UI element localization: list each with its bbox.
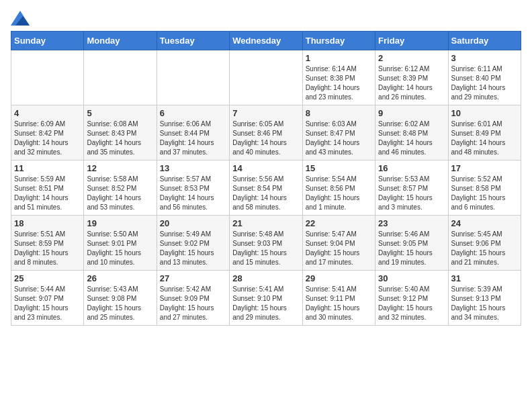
day-info: Sunrise: 5:59 AMSunset: 8:51 PMDaylight:… [14,175,81,212]
day-number: 16 [378,163,445,173]
col-saturday: Saturday [448,32,521,50]
day-info: Sunrise: 6:01 AMSunset: 8:49 PMDaylight:… [451,120,518,157]
day-info: Sunrise: 5:57 AMSunset: 8:53 PMDaylight:… [160,175,226,212]
day-info: Sunrise: 5:41 AMSunset: 9:10 PMDaylight:… [232,285,299,322]
calendar-table: Sunday Monday Tuesday Wednesday Thursday… [11,31,521,326]
calendar-cell: 23Sunrise: 5:46 AMSunset: 9:05 PMDayligh… [375,216,448,271]
day-info: Sunrise: 5:46 AMSunset: 9:05 PMDaylight:… [378,230,445,267]
calendar-cell: 6Sunrise: 6:06 AMSunset: 8:44 PMDaylight… [157,105,229,161]
day-info: Sunrise: 5:58 AMSunset: 8:52 PMDaylight:… [87,175,153,212]
day-number: 13 [160,163,226,173]
calendar-cell [157,50,229,105]
day-info: Sunrise: 5:54 AMSunset: 8:56 PMDaylight:… [306,175,372,212]
calendar-cell: 1Sunrise: 6:14 AMSunset: 8:38 PMDaylight… [302,50,375,105]
day-number: 10 [451,108,518,118]
calendar-cell: 9Sunrise: 6:02 AMSunset: 8:48 PMDaylight… [375,105,448,161]
calendar-week-row: 11Sunrise: 5:59 AMSunset: 8:51 PMDayligh… [11,161,521,216]
calendar-week-row: 4Sunrise: 6:09 AMSunset: 8:42 PMDaylight… [11,105,521,161]
page-header [11,11,521,26]
day-info: Sunrise: 6:14 AMSunset: 8:38 PMDaylight:… [306,64,372,102]
calendar-cell: 19Sunrise: 5:50 AMSunset: 9:01 PMDayligh… [84,216,157,271]
day-info: Sunrise: 5:51 AMSunset: 8:59 PMDaylight:… [14,230,81,267]
day-info: Sunrise: 5:45 AMSunset: 9:06 PMDaylight:… [451,230,518,267]
day-number: 15 [306,163,372,173]
calendar-week-row: 25Sunrise: 5:44 AMSunset: 9:07 PMDayligh… [11,271,521,326]
day-info: Sunrise: 5:40 AMSunset: 9:12 PMDaylight:… [378,285,445,322]
day-number: 26 [87,273,153,283]
day-number: 8 [306,108,372,118]
calendar-cell: 20Sunrise: 5:49 AMSunset: 9:02 PMDayligh… [157,216,229,271]
day-info: Sunrise: 5:39 AMSunset: 9:13 PMDaylight:… [451,285,518,322]
col-sunday: Sunday [11,32,84,50]
calendar-cell: 15Sunrise: 5:54 AMSunset: 8:56 PMDayligh… [302,161,375,216]
calendar-cell: 10Sunrise: 6:01 AMSunset: 8:49 PMDayligh… [448,105,521,161]
day-info: Sunrise: 5:49 AMSunset: 9:02 PMDaylight:… [160,230,226,267]
day-number: 21 [232,218,299,228]
calendar-cell: 31Sunrise: 5:39 AMSunset: 9:13 PMDayligh… [448,271,521,326]
day-info: Sunrise: 6:02 AMSunset: 8:48 PMDaylight:… [378,120,445,157]
day-number: 29 [306,273,372,283]
logo-icon [11,11,30,26]
col-thursday: Thursday [302,32,375,50]
calendar-body: 1Sunrise: 6:14 AMSunset: 8:38 PMDaylight… [11,50,521,326]
day-info: Sunrise: 6:11 AMSunset: 8:40 PMDaylight:… [451,64,518,102]
day-info: Sunrise: 6:06 AMSunset: 8:44 PMDaylight:… [160,120,226,157]
calendar-cell: 18Sunrise: 5:51 AMSunset: 8:59 PMDayligh… [11,216,84,271]
calendar-cell: 8Sunrise: 6:03 AMSunset: 8:47 PMDaylight… [302,105,375,161]
day-number: 1 [306,53,372,63]
calendar-cell: 28Sunrise: 5:41 AMSunset: 9:10 PMDayligh… [230,271,302,326]
calendar-cell [84,50,157,105]
day-number: 20 [160,218,226,228]
calendar-cell: 4Sunrise: 6:09 AMSunset: 8:42 PMDaylight… [11,105,84,161]
calendar-cell: 29Sunrise: 5:41 AMSunset: 9:11 PMDayligh… [302,271,375,326]
day-number: 19 [87,218,153,228]
day-number: 22 [306,218,372,228]
calendar-week-row: 1Sunrise: 6:14 AMSunset: 8:38 PMDaylight… [11,50,521,105]
calendar-cell [230,50,302,105]
calendar-cell: 24Sunrise: 5:45 AMSunset: 9:06 PMDayligh… [448,216,521,271]
day-info: Sunrise: 5:48 AMSunset: 9:03 PMDaylight:… [232,230,299,267]
day-info: Sunrise: 6:08 AMSunset: 8:43 PMDaylight:… [87,120,153,157]
day-info: Sunrise: 5:44 AMSunset: 9:07 PMDaylight:… [14,285,81,322]
day-info: Sunrise: 6:09 AMSunset: 8:42 PMDaylight:… [14,120,81,157]
day-number: 3 [451,53,518,63]
calendar-cell: 26Sunrise: 5:43 AMSunset: 9:08 PMDayligh… [84,271,157,326]
calendar-cell: 21Sunrise: 5:48 AMSunset: 9:03 PMDayligh… [230,216,302,271]
calendar-cell: 7Sunrise: 6:05 AMSunset: 8:46 PMDaylight… [230,105,302,161]
day-info: Sunrise: 5:53 AMSunset: 8:57 PMDaylight:… [378,175,445,212]
calendar-cell [11,50,84,105]
day-info: Sunrise: 5:52 AMSunset: 8:58 PMDaylight:… [451,175,518,212]
calendar-cell: 30Sunrise: 5:40 AMSunset: 9:12 PMDayligh… [375,271,448,326]
day-number: 2 [378,53,445,63]
day-info: Sunrise: 5:47 AMSunset: 9:04 PMDaylight:… [306,230,372,267]
col-tuesday: Tuesday [157,32,229,50]
calendar-cell: 17Sunrise: 5:52 AMSunset: 8:58 PMDayligh… [448,161,521,216]
day-number: 24 [451,218,518,228]
day-number: 9 [378,108,445,118]
calendar-cell: 2Sunrise: 6:12 AMSunset: 8:39 PMDaylight… [375,50,448,105]
day-number: 31 [451,273,518,283]
logo [11,11,32,26]
day-number: 30 [378,273,445,283]
calendar-week-row: 18Sunrise: 5:51 AMSunset: 8:59 PMDayligh… [11,216,521,271]
day-info: Sunrise: 6:05 AMSunset: 8:46 PMDaylight:… [232,120,299,157]
day-number: 28 [232,273,299,283]
day-info: Sunrise: 5:43 AMSunset: 9:08 PMDaylight:… [87,285,153,322]
day-info: Sunrise: 5:50 AMSunset: 9:01 PMDaylight:… [87,230,153,267]
day-number: 14 [232,163,299,173]
day-number: 17 [451,163,518,173]
calendar-cell: 14Sunrise: 5:56 AMSunset: 8:54 PMDayligh… [230,161,302,216]
col-wednesday: Wednesday [230,32,302,50]
calendar-cell: 12Sunrise: 5:58 AMSunset: 8:52 PMDayligh… [84,161,157,216]
calendar-cell: 13Sunrise: 5:57 AMSunset: 8:53 PMDayligh… [157,161,229,216]
day-info: Sunrise: 6:03 AMSunset: 8:47 PMDaylight:… [306,120,372,157]
day-number: 5 [87,108,153,118]
day-number: 18 [14,218,81,228]
day-number: 25 [14,273,81,283]
calendar-cell: 27Sunrise: 5:42 AMSunset: 9:09 PMDayligh… [157,271,229,326]
day-number: 23 [378,218,445,228]
calendar-cell: 3Sunrise: 6:11 AMSunset: 8:40 PMDaylight… [448,50,521,105]
calendar-cell: 5Sunrise: 6:08 AMSunset: 8:43 PMDaylight… [84,105,157,161]
day-number: 11 [14,163,81,173]
calendar-header-row: Sunday Monday Tuesday Wednesday Thursday… [11,32,521,50]
